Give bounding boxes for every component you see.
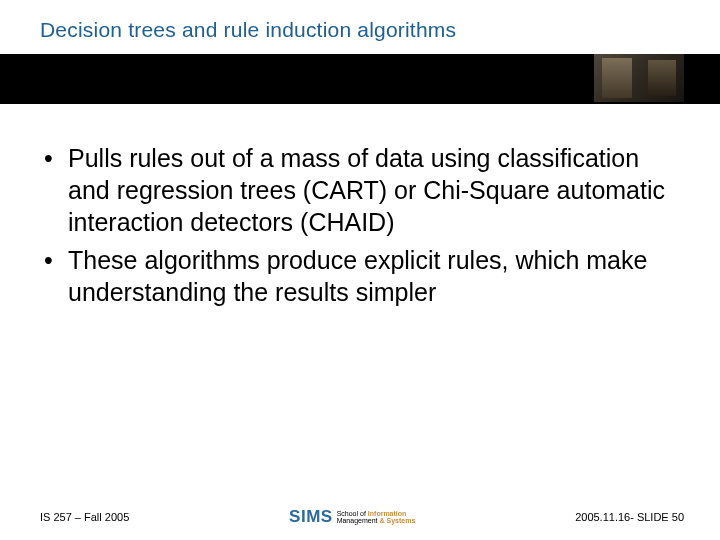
logo-information: Information: [368, 510, 407, 517]
logo-sims: SIMS: [289, 507, 333, 527]
header: Decision trees and rule induction algori…: [0, 0, 720, 54]
footer-course: IS 257 – Fall 2005: [40, 511, 129, 523]
logo-school-of: School of: [337, 510, 366, 517]
bullet-list: Pulls rules out of a mass of data using …: [44, 142, 680, 308]
logo-and: &: [380, 517, 385, 524]
footer-logo: SIMS School of Information Management & …: [289, 507, 415, 527]
slide-title: Decision trees and rule induction algori…: [40, 18, 720, 42]
logo-subtext: School of Information Management & Syste…: [337, 510, 416, 524]
footer-date-slide: 2005.11.16- SLIDE 50: [575, 511, 684, 523]
slide-body: Pulls rules out of a mass of data using …: [0, 104, 720, 540]
header-photo: [594, 54, 684, 102]
header-band: [0, 54, 720, 104]
logo-systems: Systems: [387, 517, 416, 524]
bullet-item: These algorithms produce explicit rules,…: [44, 244, 680, 308]
footer: IS 257 – Fall 2005 SIMS School of Inform…: [0, 500, 720, 540]
slide: Decision trees and rule induction algori…: [0, 0, 720, 540]
bullet-item: Pulls rules out of a mass of data using …: [44, 142, 680, 238]
logo-management: Management: [337, 517, 378, 524]
